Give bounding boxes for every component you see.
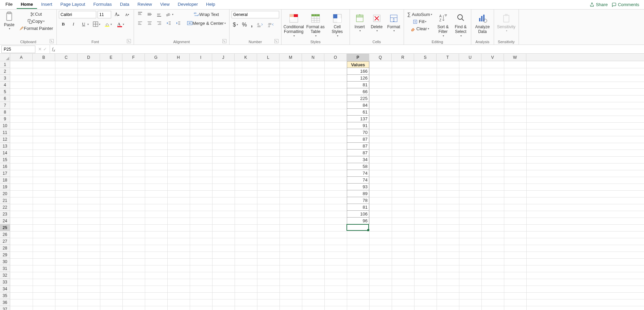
border-button[interactable] xyxy=(91,21,102,28)
cell-P1[interactable]: Values xyxy=(347,61,369,68)
row-header-24[interactable]: 24 xyxy=(0,218,10,224)
decrease-font-button[interactable]: A▾ xyxy=(123,11,132,18)
column-header-R[interactable]: R xyxy=(392,54,414,61)
decrease-decimal-button[interactable]: .00.0 xyxy=(266,21,276,28)
tab-home[interactable]: Home xyxy=(17,0,37,9)
accounting-format-button[interactable]: $ xyxy=(232,21,239,29)
cell-P24[interactable]: 96 xyxy=(347,218,369,224)
row-header-18[interactable]: 18 xyxy=(0,177,10,184)
row-header-36[interactable]: 36 xyxy=(0,299,10,306)
cell-P15[interactable]: 34 xyxy=(347,156,369,163)
column-header-A[interactable]: A xyxy=(10,54,33,61)
enter-formula-button[interactable]: ✓ xyxy=(43,47,47,52)
row-header-22[interactable]: 22 xyxy=(0,204,10,211)
cancel-formula-button[interactable]: ✕ xyxy=(38,47,42,52)
cell-P9[interactable]: 137 xyxy=(347,116,369,122)
column-header-D[interactable]: D xyxy=(78,54,100,61)
font-color-button[interactable]: A xyxy=(115,20,125,28)
cells-area[interactable]: Values1661268166225846113791708787873458… xyxy=(10,61,644,310)
align-top-button[interactable] xyxy=(136,11,144,18)
cell-P8[interactable]: 61 xyxy=(347,109,369,116)
share-button[interactable]: Share xyxy=(590,2,608,7)
row-header-17[interactable]: 17 xyxy=(0,170,10,177)
row-header-34[interactable]: 34 xyxy=(0,286,10,292)
cell-P21[interactable]: 78 xyxy=(347,197,369,204)
increase-indent-button[interactable] xyxy=(174,20,182,27)
percent-button[interactable]: % xyxy=(241,21,248,29)
bold-button[interactable]: B xyxy=(59,20,68,28)
align-middle-button[interactable] xyxy=(146,11,154,18)
cell-P2[interactable]: 166 xyxy=(347,68,369,75)
row-header-13[interactable]: 13 xyxy=(0,143,10,150)
column-header-B[interactable]: B xyxy=(33,54,55,61)
column-header-M[interactable]: M xyxy=(279,54,302,61)
row-header-31[interactable]: 31 xyxy=(0,265,10,272)
align-center-button[interactable] xyxy=(146,20,154,27)
name-box[interactable] xyxy=(1,46,35,53)
row-header-19[interactable]: 19 xyxy=(0,184,10,190)
tab-developer[interactable]: Developer xyxy=(174,0,202,9)
number-format-select[interactable] xyxy=(232,11,279,18)
cell-P16[interactable]: 58 xyxy=(347,163,369,170)
delete-cells-button[interactable]: Delete xyxy=(369,11,385,34)
row-header-12[interactable]: 12 xyxy=(0,136,10,143)
cell-P13[interactable]: 87 xyxy=(347,143,369,150)
cell-P12[interactable]: 87 xyxy=(347,136,369,143)
row-header-20[interactable]: 20 xyxy=(0,190,10,197)
row-header-30[interactable]: 30 xyxy=(0,258,10,265)
align-bottom-button[interactable] xyxy=(155,11,163,18)
format-cells-button[interactable]: Format xyxy=(386,11,402,34)
cell-P23[interactable]: 106 xyxy=(347,211,369,218)
font-dialog-launcher[interactable]: ⤡ xyxy=(127,39,131,43)
sensitivity-button[interactable]: Sensitivity xyxy=(496,11,516,34)
comments-button[interactable]: Comments xyxy=(612,2,639,7)
cell-P10[interactable]: 91 xyxy=(347,122,369,129)
column-header-I[interactable]: I xyxy=(190,54,212,61)
cell-P14[interactable]: 87 xyxy=(347,150,369,156)
column-header-H[interactable]: H xyxy=(167,54,190,61)
column-header-J[interactable]: J xyxy=(212,54,235,61)
tab-help[interactable]: Help xyxy=(202,0,219,9)
row-header-10[interactable]: 10 xyxy=(0,122,10,129)
row-header-23[interactable]: 23 xyxy=(0,211,10,218)
row-header-4[interactable]: 4 xyxy=(0,82,10,88)
autosum-button[interactable]: ∑ AutoSum xyxy=(406,11,434,18)
analyze-data-button[interactable]: Analyze Data xyxy=(473,11,492,36)
cell-P20[interactable]: 89 xyxy=(347,190,369,197)
cut-button[interactable]: Cut xyxy=(18,11,54,17)
row-header-26[interactable]: 26 xyxy=(0,231,10,238)
align-right-button[interactable] xyxy=(155,20,163,27)
row-header-8[interactable]: 8 xyxy=(0,109,10,116)
row-header-21[interactable]: 21 xyxy=(0,197,10,204)
increase-font-button[interactable]: A▴ xyxy=(113,11,121,18)
paste-button[interactable]: Paste xyxy=(2,11,16,30)
row-header-33[interactable]: 33 xyxy=(0,279,10,286)
column-header-L[interactable]: L xyxy=(257,54,279,61)
tab-insert[interactable]: Insert xyxy=(37,0,56,9)
row-header-15[interactable]: 15 xyxy=(0,156,10,163)
column-header-T[interactable]: T xyxy=(437,54,459,61)
column-header-N[interactable]: N xyxy=(302,54,324,61)
format-painter-button[interactable]: Format Painter xyxy=(18,25,54,32)
cell-P18[interactable]: 74 xyxy=(347,177,369,184)
column-header-S[interactable]: S xyxy=(414,54,437,61)
column-header-V[interactable]: V xyxy=(481,54,504,61)
font-size-input[interactable] xyxy=(98,11,111,18)
tab-view[interactable]: View xyxy=(156,0,174,9)
clear-button[interactable]: Clear xyxy=(406,25,434,32)
decrease-indent-button[interactable] xyxy=(165,20,173,27)
tab-page-layout[interactable]: Page Layout xyxy=(56,0,89,9)
cell-P5[interactable]: 66 xyxy=(347,88,369,95)
cell-P3[interactable]: 126 xyxy=(347,75,369,82)
insert-cells-button[interactable]: Insert xyxy=(352,11,368,34)
cell-styles-button[interactable]: Cell Styles xyxy=(327,11,348,39)
fill-color-button[interactable] xyxy=(103,21,113,28)
underline-button[interactable]: U xyxy=(79,20,90,28)
tab-file[interactable]: File xyxy=(1,0,17,9)
row-header-6[interactable]: 6 xyxy=(0,95,10,102)
tab-data[interactable]: Data xyxy=(116,0,133,9)
merge-center-button[interactable]: Merge & Center xyxy=(186,20,227,27)
find-select-button[interactable]: Find & Select xyxy=(453,11,469,39)
increase-decimal-button[interactable]: .0.00 xyxy=(255,21,265,28)
align-left-button[interactable] xyxy=(136,20,144,27)
